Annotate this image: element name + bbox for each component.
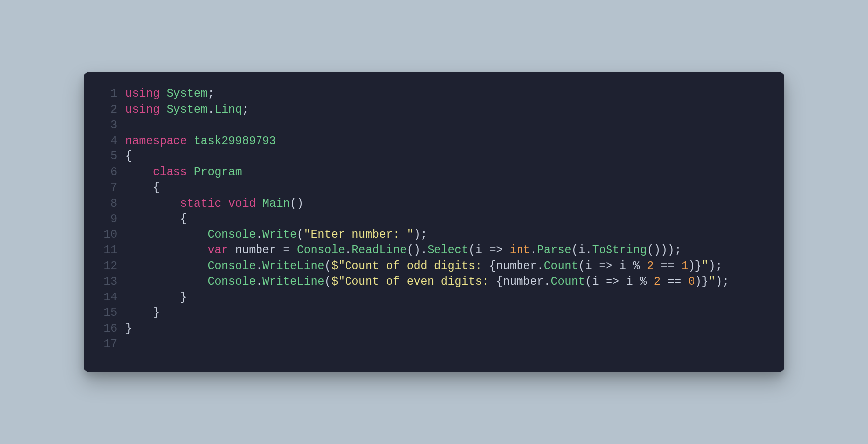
line-number: 3 <box>93 118 117 134</box>
code-line: 14 } <box>93 290 765 306</box>
code-content: using System; <box>125 86 214 102</box>
line-number: 13 <box>93 274 117 290</box>
code-line: 13 Console.WriteLine($"Count of even dig… <box>93 274 765 290</box>
code-line: 3 <box>93 118 765 134</box>
code-line: 1using System; <box>93 86 765 102</box>
code-content: var number = Console.ReadLine().Select(i… <box>125 243 681 259</box>
code-line: 7 { <box>93 180 765 196</box>
code-line: 12 Console.WriteLine($"Count of odd digi… <box>93 259 765 275</box>
code-line: 17 <box>93 337 765 353</box>
code-content: { <box>125 149 132 165</box>
code-line: 10 Console.Write("Enter number: "); <box>93 227 765 243</box>
code-block: 1using System;2using System.Linq;34names… <box>93 86 765 353</box>
code-content: { <box>125 212 187 227</box>
code-content: Console.WriteLine($"Count of even digits… <box>125 274 729 290</box>
line-number: 16 <box>93 321 117 337</box>
code-line: 5{ <box>93 149 765 165</box>
code-editor: 1using System;2using System.Linq;34names… <box>84 72 784 372</box>
line-number: 5 <box>93 149 117 165</box>
code-line: 9 { <box>93 212 765 227</box>
line-number: 8 <box>93 196 117 212</box>
code-content: } <box>125 290 187 306</box>
code-content: } <box>125 305 160 321</box>
line-number: 4 <box>93 134 117 149</box>
line-number: 6 <box>93 165 117 181</box>
code-line: 15 } <box>93 305 765 321</box>
code-content: class Program <box>125 165 242 181</box>
code-line: 16} <box>93 321 765 337</box>
code-content: } <box>125 321 132 337</box>
line-number: 17 <box>93 337 117 353</box>
line-number: 1 <box>93 86 117 102</box>
line-number: 14 <box>93 290 117 306</box>
code-line: 2using System.Linq; <box>93 102 765 118</box>
line-number: 9 <box>93 212 117 227</box>
code-content: { <box>125 180 160 196</box>
line-number: 10 <box>93 227 117 243</box>
line-number: 12 <box>93 259 117 275</box>
code-content: using System.Linq; <box>125 102 249 118</box>
code-content: namespace task29989793 <box>125 134 276 149</box>
code-line: 6 class Program <box>93 165 765 181</box>
code-line: 11 var number = Console.ReadLine().Selec… <box>93 243 765 259</box>
code-content: static void Main() <box>125 196 304 212</box>
line-number: 7 <box>93 180 117 196</box>
code-line: 4namespace task29989793 <box>93 134 765 149</box>
line-number: 2 <box>93 102 117 118</box>
line-number: 15 <box>93 305 117 321</box>
line-number: 11 <box>93 243 117 259</box>
code-line: 8 static void Main() <box>93 196 765 212</box>
code-content: Console.WriteLine($"Count of odd digits:… <box>125 259 722 275</box>
code-content: Console.Write("Enter number: "); <box>125 227 427 243</box>
